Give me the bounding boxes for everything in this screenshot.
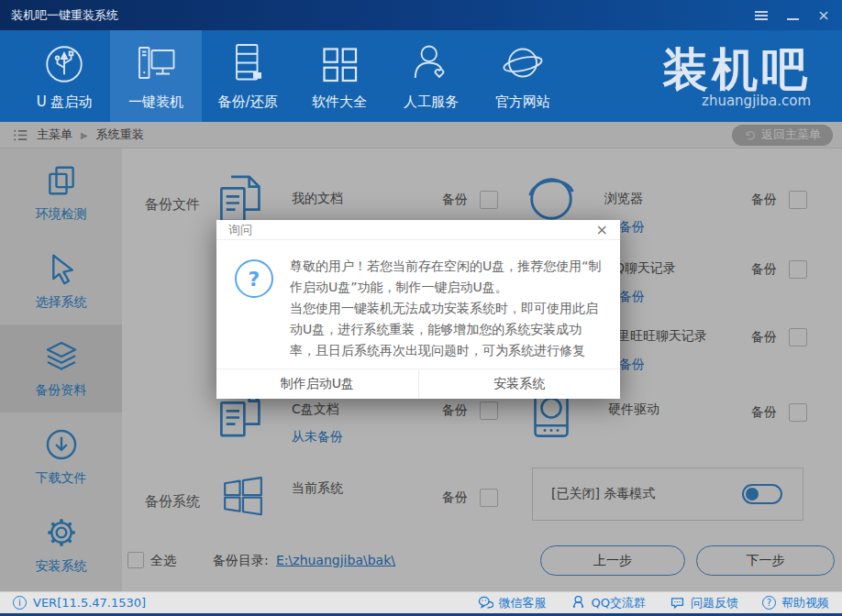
nav-label: 软件大全: [312, 94, 367, 111]
dialog-message: 尊敬的用户！若您当前存在空闲的U盘，推荐您使用“制作启动U盘”功能，制作一键启动…: [290, 256, 602, 361]
brand-logo: 装机吧 zhuangjiba.com: [662, 44, 811, 109]
brand-logo-text: 装机吧: [662, 44, 811, 94]
wechat-service-link[interactable]: 微信客服: [478, 595, 547, 611]
dialog-message-line2: 当您使用一键装机无法成功安装系统时，即可使用此启动U盘，进行系统重装，能够增加您…: [290, 298, 602, 361]
menu-icon[interactable]: [752, 6, 770, 25]
usb-icon: [42, 42, 86, 86]
server-icon: [226, 42, 270, 86]
titlebar: 装机吧一键重装系统 ×: [0, 0, 842, 30]
close-icon[interactable]: ×: [814, 6, 833, 25]
qq-group-link[interactable]: QQ交流群: [571, 595, 646, 611]
inquiry-dialog: 询问 × ? 尊敬的用户！若您当前存在空闲的U盘，推荐您使用“制作启动U盘”功能…: [216, 220, 620, 399]
version-info: i VER[11.5.47.1530]: [13, 596, 146, 610]
feedback-link[interactable]: 问题反馈: [670, 595, 738, 611]
app-window: 装机吧一键重装系统 × U 盘启动: [0, 0, 842, 616]
globe-icon: [501, 42, 545, 86]
statusbar-link-label: QQ交流群: [592, 595, 646, 611]
statusbar-link-label: 帮助视频: [781, 595, 829, 611]
info-icon: i: [13, 596, 27, 610]
nav-label: 备份/还原: [217, 94, 277, 111]
nav-item-human-service[interactable]: 人工服务: [385, 30, 477, 122]
window-title: 装机吧一键重装系统: [11, 7, 118, 24]
qq-icon: [571, 595, 586, 610]
computer-icon: [134, 42, 178, 86]
nav-item-one-key-install[interactable]: 一键装机: [110, 30, 202, 122]
install-system-button[interactable]: 安装系统: [418, 369, 621, 399]
statusbar-link-label: 问题反馈: [691, 595, 738, 611]
question-mark-icon: ?: [235, 259, 273, 298]
feedback-bubble-icon: [670, 595, 685, 610]
content-area: 主菜单 ▶ 系统重装 返回主菜单 环境检测: [0, 122, 842, 591]
nav-label: 人工服务: [404, 94, 459, 111]
help-video-link[interactable]: ? 帮助视频: [762, 595, 829, 611]
main-navbar: U 盘启动 一键装机 备份/还原: [0, 30, 842, 122]
nav-item-official-site[interactable]: 官方网站: [477, 30, 569, 122]
nav-item-backup-restore[interactable]: 备份/还原: [202, 30, 294, 122]
dialog-message-line1: 尊敬的用户！若您当前存在空闲的U盘，推荐您使用“制作启动U盘”功能，制作一键启动…: [290, 256, 602, 298]
dialog-close-icon[interactable]: ×: [596, 223, 608, 237]
person-icon: [409, 42, 453, 86]
statusbar-links: 微信客服 QQ交流群 问题反馈 ?: [478, 595, 829, 611]
minimize-icon[interactable]: [783, 6, 802, 25]
dialog-footer: 制作启动U盘 安装系统: [216, 368, 620, 399]
nav-label: U 盘启动: [37, 94, 93, 111]
statusbar-link-label: 微信客服: [499, 595, 547, 611]
dialog-title: 询问: [228, 222, 252, 238]
dialog-titlebar: 询问 ×: [216, 220, 620, 240]
window-controls: ×: [752, 6, 833, 25]
wechat-icon: [478, 595, 493, 610]
version-text: VER[11.5.47.1530]: [33, 596, 146, 610]
nav-item-software[interactable]: 软件大全: [294, 30, 385, 122]
nav-label: 一键装机: [128, 94, 183, 111]
statusbar: i VER[11.5.47.1530] 微信客服: [0, 591, 842, 616]
make-boot-usb-button[interactable]: 制作启动U盘: [216, 369, 418, 399]
nav-item-usb-boot[interactable]: U 盘启动: [18, 30, 110, 122]
nav-label: 官方网站: [495, 94, 550, 111]
grid-icon: [317, 42, 361, 86]
dialog-body: ? 尊敬的用户！若您当前存在空闲的U盘，推荐您使用“制作启动U盘”功能，制作一键…: [216, 240, 620, 368]
help-icon: ?: [762, 596, 776, 610]
